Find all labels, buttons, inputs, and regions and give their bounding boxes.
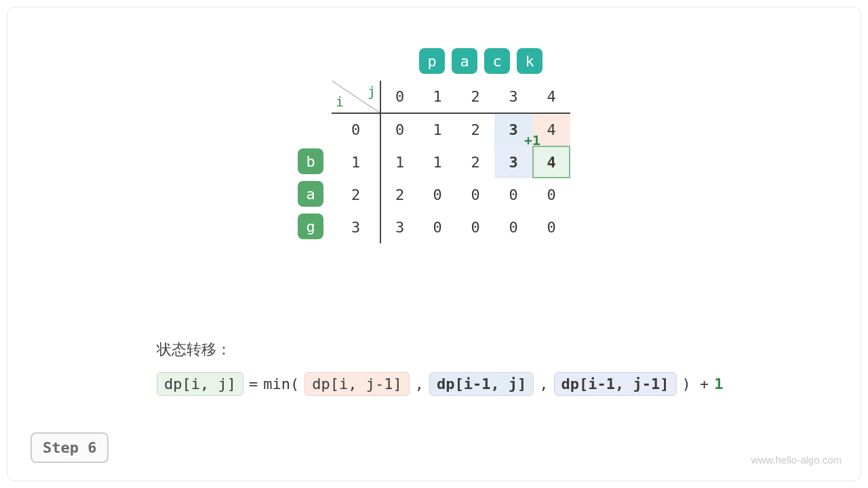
formula-term-left: dp[i, j-1] [304, 372, 409, 396]
col-header: 3 [494, 81, 532, 113]
diagram-card: p a c k b a g j i 0 1 2 [7, 7, 861, 481]
dp-cell: 0 [418, 211, 456, 243]
formula-lhs: dp[i, j] [157, 372, 243, 396]
col-header: 2 [456, 81, 494, 113]
source-string-chips: b a g [298, 148, 323, 239]
formula-close: ) + [682, 375, 709, 392]
dp-cell: 2 [456, 113, 494, 146]
formula-plus-one: 1 [714, 375, 723, 392]
target-char: k [517, 48, 542, 74]
dp-table-area: p a c k b a g j i 0 1 2 [35, 48, 833, 243]
table-wrap: b a g j i 0 1 2 3 4 0 [298, 81, 570, 243]
formula-term-diag: dp[i-1, j-1] [554, 372, 677, 396]
transition-formula: dp[i, j] = min( dp[i, j-1] , dp[i-1, j] … [157, 372, 724, 396]
dp-table: j i 0 1 2 3 4 0 0 1 2 3 4 [332, 81, 570, 243]
col-header: 1 [418, 81, 456, 113]
dp-cell: 3 [494, 146, 532, 178]
i-axis-label: i [336, 94, 344, 110]
formula-term-up: dp[i-1, j] [429, 372, 534, 396]
axis-corner: j i [332, 81, 380, 113]
plus-one-annotation: +1 [524, 132, 540, 148]
watermark: www.hello-algo.com [751, 454, 842, 466]
dp-cell: 1 [418, 146, 456, 178]
row-header: 2 [332, 178, 380, 211]
dp-cell: 1 [418, 113, 456, 146]
formula-eq: = [249, 375, 258, 392]
row-header: 0 [332, 113, 380, 146]
dp-cell: 2 [456, 146, 494, 178]
dp-cell: 0 [418, 178, 456, 211]
formula-area: 状态转移： dp[i, j] = min( dp[i, j-1] , dp[i-… [157, 340, 724, 396]
target-char: p [419, 48, 445, 74]
step-badge: Step 6 [31, 432, 108, 463]
dp-cell: 0 [494, 178, 532, 211]
target-char: c [484, 48, 510, 74]
col-header: 0 [380, 81, 418, 113]
target-string-chips: p a c k [419, 48, 542, 74]
dp-cell: 4+1 [532, 146, 570, 178]
j-axis-label: j [368, 83, 376, 100]
row-header: 1 [332, 146, 380, 178]
dp-cell: 0 [456, 178, 494, 211]
formula-comma: , [539, 375, 548, 392]
dp-cell: 1 [380, 146, 418, 178]
formula-comma: , [415, 375, 424, 392]
formula-min: min( [263, 375, 299, 392]
col-header: 4 [532, 81, 570, 113]
source-char: g [298, 214, 323, 239]
source-char: a [298, 181, 323, 207]
target-char: a [452, 48, 477, 74]
formula-title: 状态转移： [157, 340, 724, 360]
dp-cell: 3 [380, 211, 418, 243]
dp-cell: 0 [532, 178, 570, 211]
dp-cell: 0 [380, 113, 418, 146]
dp-cell: 0 [494, 211, 532, 243]
dp-cell: 0 [456, 211, 494, 243]
dp-cell: 2 [380, 178, 418, 211]
source-char: b [298, 148, 323, 174]
row-header: 3 [332, 211, 380, 243]
dp-cell: 0 [532, 211, 570, 243]
